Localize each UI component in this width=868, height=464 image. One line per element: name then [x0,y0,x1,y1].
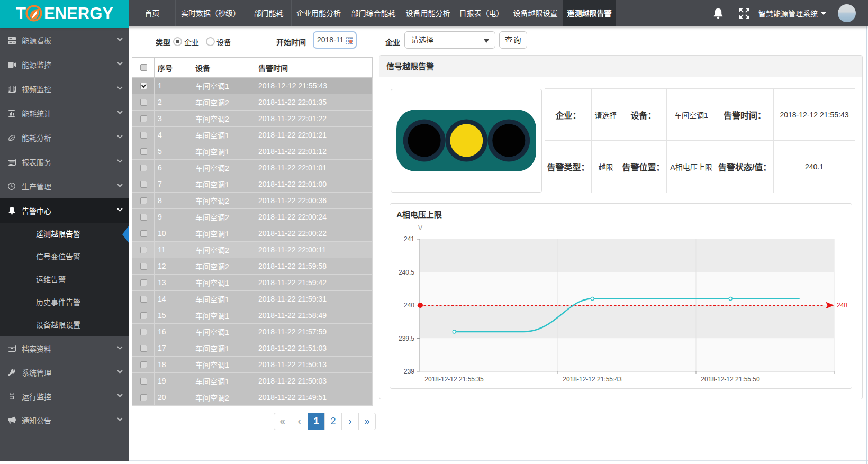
svg-text:240: 240 [837,302,847,309]
svg-text:240.5: 240.5 [399,269,414,276]
svg-text:239: 239 [404,368,414,375]
svg-text:2018-12-12 21:55:35: 2018-12-12 21:55:35 [424,376,484,383]
svg-text:2018-12-12 21:55:50: 2018-12-12 21:55:50 [701,376,760,383]
svg-text:V: V [418,224,422,232]
svg-text:239.5: 239.5 [399,335,414,342]
svg-text:241: 241 [404,235,414,243]
svg-text:2018-12-12 21:55:43: 2018-12-12 21:55:43 [563,376,622,383]
svg-text:240: 240 [404,302,414,309]
